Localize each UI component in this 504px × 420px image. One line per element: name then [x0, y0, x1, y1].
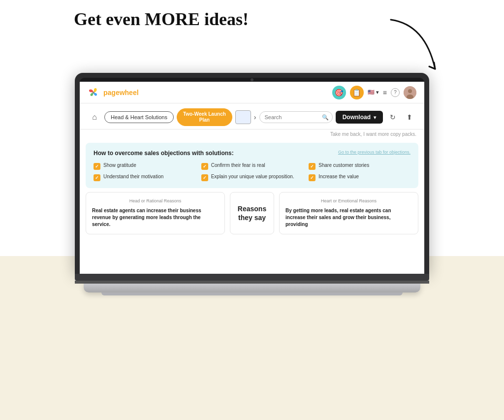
- checklist-text: Increase the value: [318, 174, 359, 179]
- list-item: Confirrm their fear is real: [201, 162, 303, 170]
- laptop-mockup: pagewheel 🎯 📋 🇺🇸 ▾ ≡ ?: [75, 73, 429, 295]
- breadcrumb-launch-plan[interactable]: Two-Week Launch Plan: [177, 108, 232, 126]
- download-button[interactable]: Download ▾: [336, 111, 383, 124]
- svg-point-2: [408, 89, 412, 93]
- cards-row: Head or Rational Reasons Real estate age…: [86, 192, 418, 234]
- list-item: Understand their motivation: [94, 174, 195, 181]
- check-icon: [309, 174, 315, 181]
- share-icon[interactable]: ⬆: [403, 110, 416, 124]
- checklist-text: Share customer stories: [318, 162, 369, 168]
- checklist-grid: Show gratitude Confirrm their fear is re…: [94, 162, 410, 181]
- checklist-text: Understand their motivation: [103, 174, 163, 179]
- tab-preview: [235, 110, 251, 124]
- left-card: Head or Rational Reasons Real estate age…: [86, 192, 225, 234]
- annotation-text: Get even MORE ideas!: [74, 9, 249, 30]
- list-item: Show gratitude: [94, 162, 195, 170]
- checklist-text: Explain your unique value proposition.: [211, 174, 294, 179]
- check-icon: [94, 174, 100, 181]
- left-card-body: Real estate agents can increase their bu…: [92, 207, 219, 228]
- left-card-label: Head or Rational Reasons: [92, 198, 219, 203]
- logo-text: pagewheel: [103, 89, 139, 97]
- flag-chevron: ▾: [376, 89, 379, 96]
- nav-icon-clipboard[interactable]: 📋: [350, 86, 364, 99]
- search-icon[interactable]: 🔍: [322, 114, 329, 121]
- objections-title: How to overcome sales objections with so…: [94, 150, 234, 157]
- center-card: Reasons they say: [230, 192, 274, 234]
- list-item: Explain your unique value proposition.: [201, 174, 303, 181]
- nav-icon-target[interactable]: 🎯: [332, 86, 346, 99]
- logo-icon: [88, 87, 99, 98]
- laptop-chin: [75, 274, 429, 281]
- check-icon: [309, 163, 315, 170]
- help-button[interactable]: ?: [391, 88, 400, 97]
- screen-content: pagewheel 🎯 📋 🇺🇸 ▾ ≡ ?: [80, 82, 424, 274]
- back-link[interactable]: Take me back, I want more copy packs.: [80, 129, 424, 139]
- download-chevron: ▾: [374, 115, 376, 120]
- laptop-screen-bezel: pagewheel 🎯 📋 🇺🇸 ▾ ≡ ?: [80, 78, 424, 274]
- check-icon: [94, 163, 100, 170]
- refresh-icon[interactable]: ↻: [386, 110, 400, 124]
- objections-header: How to overcome sales objections with so…: [94, 150, 410, 157]
- home-button[interactable]: ⌂: [88, 110, 101, 124]
- laptop-base-bar: [84, 284, 420, 292]
- navbar: pagewheel 🎯 📋 🇺🇸 ▾ ≡ ?: [80, 82, 424, 103]
- annotation-arrow: [386, 15, 445, 79]
- navbar-right: 🎯 📋 🇺🇸 ▾ ≡ ?: [332, 86, 416, 99]
- laptop-notch: [80, 78, 424, 82]
- right-card-body: By getting more leads, real estate agent…: [285, 207, 412, 228]
- check-icon: [201, 163, 208, 170]
- center-card-text: Reasons they say: [238, 204, 266, 222]
- search-container: 🔍: [259, 111, 333, 123]
- svg-point-0: [93, 92, 94, 94]
- checklist-text: Confirrm their fear is real: [211, 162, 265, 168]
- list-item: Increase the value: [309, 174, 410, 181]
- flag-icon: 🇺🇸: [368, 89, 375, 96]
- avatar: [404, 86, 416, 99]
- laptop-camera: [251, 78, 253, 81]
- objections-card: How to overcome sales objections with so…: [86, 143, 418, 188]
- laptop-screen-outer: pagewheel 🎯 📋 🇺🇸 ▾ ≡ ?: [75, 73, 429, 274]
- prev-tab-link[interactable]: Go to the previous tab for objections.: [338, 150, 410, 155]
- check-icon: [201, 174, 208, 181]
- toolbar: ⌂ Head & Heart Solutions Two-Week Launch…: [80, 103, 424, 129]
- laptop-foot: [101, 292, 403, 295]
- hamburger-menu[interactable]: ≡: [383, 89, 387, 97]
- breadcrumb-chevron[interactable]: ›: [254, 113, 256, 121]
- right-card: Heart or Emotional Reasons By getting mo…: [279, 192, 418, 234]
- laptop-base: [75, 274, 429, 295]
- download-label: Download: [343, 114, 371, 121]
- right-card-label: Heart or Emotional Reasons: [285, 198, 412, 203]
- breadcrumb-head-heart[interactable]: Head & Heart Solutions: [104, 111, 174, 123]
- checklist-text: Show gratitude: [103, 162, 136, 168]
- navbar-left: pagewheel: [88, 87, 139, 98]
- language-selector[interactable]: 🇺🇸 ▾: [368, 89, 379, 96]
- list-item: Share customer stories: [309, 162, 410, 170]
